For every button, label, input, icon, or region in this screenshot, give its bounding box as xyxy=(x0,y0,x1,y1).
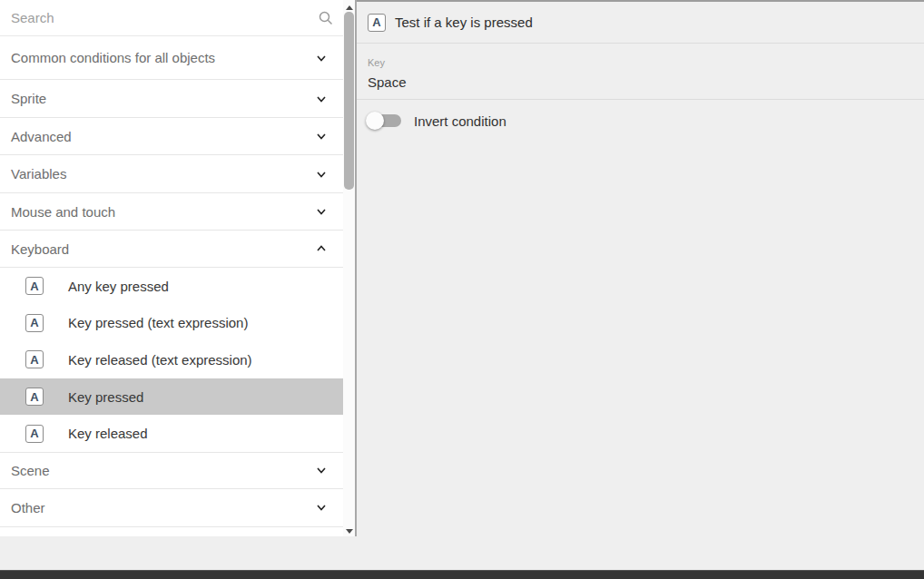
key-field: Key Space xyxy=(357,44,924,99)
chevron-down-icon xyxy=(314,204,329,219)
condition-item-key-released-text-expression[interactable]: A Key released (text expression) xyxy=(0,341,343,378)
section-label: Variables xyxy=(11,166,66,182)
section-label: Scene xyxy=(11,463,50,478)
condition-details-panel: A Test if a key is pressed Key Space Inv… xyxy=(357,0,924,536)
condition-item-key-released[interactable]: A Key released xyxy=(0,415,343,452)
list-scrollbar[interactable] xyxy=(343,0,355,536)
keyboard-key-icon: A xyxy=(368,14,386,32)
section-label: Common conditions for all objects xyxy=(11,50,215,65)
search-icon xyxy=(318,10,334,26)
condition-item-label: Key pressed xyxy=(68,389,143,405)
condition-item-label: Key pressed (text expression) xyxy=(68,315,248,330)
condition-header: A Test if a key is pressed xyxy=(357,2,924,44)
chevron-down-icon xyxy=(314,92,329,106)
section-common-conditions[interactable]: Common conditions for all objects xyxy=(0,36,343,80)
keyboard-key-icon: A xyxy=(25,314,44,332)
invert-condition-row: Invert condition xyxy=(366,112,924,130)
chevron-down-icon xyxy=(314,463,329,477)
key-field-underline xyxy=(357,99,924,100)
section-scene[interactable]: Scene xyxy=(0,452,343,489)
keyboard-key-icon: A xyxy=(25,425,44,443)
invert-condition-label: Invert condition xyxy=(414,113,506,129)
condition-editor-dialog: Common conditions for all objects Sprite… xyxy=(0,0,924,579)
key-field-value[interactable]: Space xyxy=(368,74,924,99)
condition-item-label: Key released (text expression) xyxy=(68,352,252,368)
section-label: Advanced xyxy=(11,129,72,144)
main-area: Common conditions for all objects Sprite… xyxy=(0,0,924,536)
search-row xyxy=(0,0,343,36)
keyboard-key-icon: A xyxy=(25,388,44,406)
search-input[interactable] xyxy=(0,0,300,35)
window-bottom-bar xyxy=(0,570,924,579)
section-label: Sprite xyxy=(11,91,46,106)
invert-condition-toggle[interactable] xyxy=(366,112,402,130)
conditions-list-panel: Common conditions for all objects Sprite… xyxy=(0,0,343,536)
chevron-down-icon xyxy=(314,51,329,65)
chevron-up-icon xyxy=(314,241,329,256)
section-label: Keyboard xyxy=(11,241,69,257)
condition-item-key-pressed-text-expression[interactable]: A Key pressed (text expression) xyxy=(0,305,343,342)
section-other[interactable]: Other xyxy=(0,489,343,527)
section-advanced[interactable]: Advanced xyxy=(0,118,343,155)
section-mouse-and-touch[interactable]: Mouse and touch xyxy=(0,193,343,231)
chevron-down-icon xyxy=(314,167,329,182)
section-sprite[interactable]: Sprite xyxy=(0,80,343,118)
condition-item-key-pressed[interactable]: A Key pressed xyxy=(0,378,343,416)
scroll-down-arrow[interactable] xyxy=(343,525,355,536)
toggle-knob[interactable] xyxy=(366,112,384,130)
condition-item-any-key-pressed[interactable]: A Any key pressed xyxy=(0,268,343,305)
keyboard-key-icon: A xyxy=(25,277,44,295)
section-label: Mouse and touch xyxy=(11,204,115,220)
chevron-down-icon xyxy=(314,500,329,515)
chevron-down-icon xyxy=(314,129,329,143)
condition-item-label: Any key pressed xyxy=(68,279,169,294)
dialog-footer xyxy=(0,536,924,570)
condition-item-label: Key released xyxy=(68,426,148,441)
keyboard-key-icon: A xyxy=(25,350,44,368)
scrollbar-thumb[interactable] xyxy=(344,12,354,190)
section-label: Other xyxy=(11,500,45,515)
section-keyboard[interactable]: Keyboard xyxy=(0,231,343,268)
key-field-label: Key xyxy=(368,57,924,68)
condition-title: Test if a key is pressed xyxy=(395,15,533,30)
section-variables[interactable]: Variables xyxy=(0,155,343,193)
